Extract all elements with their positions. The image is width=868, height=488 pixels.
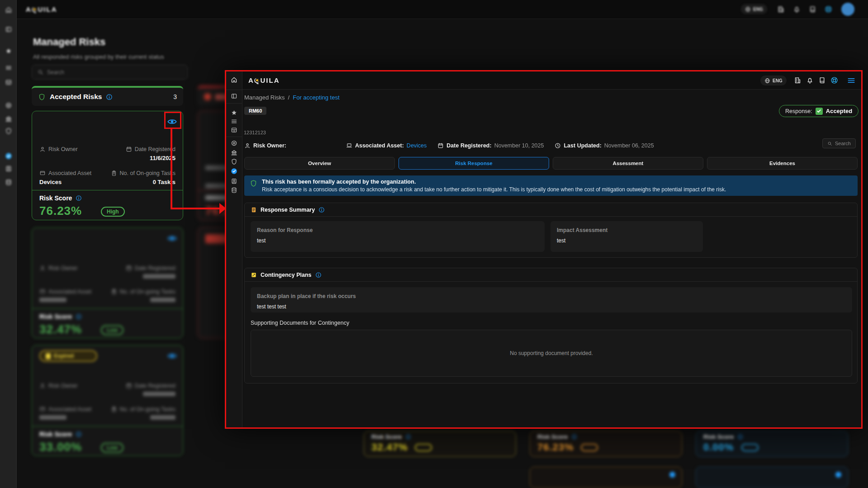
contingency-plans-header: Contingency Plans bbox=[245, 268, 857, 282]
layout-icon[interactable] bbox=[5, 79, 12, 86]
search-box[interactable] bbox=[32, 65, 188, 80]
breadcrumb-current: For accepting test bbox=[293, 94, 339, 101]
risk-card-next-row[interactable] bbox=[696, 467, 848, 488]
banner-title: This risk has been formally accepted by … bbox=[262, 179, 726, 185]
compass-icon[interactable] bbox=[231, 140, 237, 147]
org-icon[interactable] bbox=[794, 76, 802, 84]
org-icon[interactable] bbox=[777, 5, 785, 13]
info-icon bbox=[76, 313, 82, 320]
hamburger-menu-icon[interactable] bbox=[847, 76, 856, 85]
detail-sidebar bbox=[226, 71, 242, 427]
risk-card-bottom-3[interactable]: Risk Score 0.00% bbox=[696, 431, 848, 457]
document-icon bbox=[251, 207, 257, 213]
panel-icon[interactable] bbox=[5, 26, 12, 33]
active-module-icon[interactable] bbox=[231, 168, 237, 175]
reason-for-response-field: Reason for Response test bbox=[251, 221, 545, 252]
breadcrumb: Managed Risks / For accepting test bbox=[244, 94, 340, 101]
view-risk-eye-icon[interactable] bbox=[166, 233, 178, 243]
associated-asset-value: Devices bbox=[39, 179, 62, 185]
notifications-icon[interactable] bbox=[793, 5, 801, 13]
info-icon[interactable] bbox=[106, 94, 113, 100]
view-risk-eye-icon[interactable] bbox=[166, 351, 178, 361]
clock-icon bbox=[555, 142, 561, 149]
search-input[interactable] bbox=[47, 69, 182, 76]
bank-icon[interactable] bbox=[5, 115, 12, 123]
search-icon bbox=[38, 69, 43, 75]
help-icon[interactable] bbox=[830, 76, 838, 84]
severity-badge bbox=[581, 444, 598, 451]
info-icon[interactable] bbox=[315, 272, 322, 278]
person-badge-icon[interactable] bbox=[5, 165, 12, 172]
home-icon[interactable] bbox=[5, 6, 12, 14]
risk-score-value: 32.47% bbox=[39, 322, 82, 336]
docs-icon[interactable] bbox=[818, 76, 826, 84]
info-icon bbox=[405, 434, 411, 440]
annotation-line-horizontal bbox=[171, 208, 220, 209]
notifications-icon[interactable] bbox=[806, 76, 814, 84]
active-module-icon[interactable] bbox=[5, 152, 12, 160]
layout-icon[interactable] bbox=[231, 127, 237, 133]
meta-last-updated: Last Updated: November 06, 2025 bbox=[555, 142, 654, 149]
database-icon[interactable] bbox=[5, 179, 12, 186]
menu-icon[interactable] bbox=[231, 118, 237, 125]
risk-card-accepted-1[interactable]: Risk Owner Date Registered 11/6/2025 Ass… bbox=[32, 111, 183, 220]
view-risk-eye-icon[interactable] bbox=[669, 472, 675, 478]
response-summary-section: Response Summary Reason for Response tes… bbox=[244, 203, 858, 258]
blurred-value bbox=[39, 415, 66, 420]
shield-icon[interactable] bbox=[231, 158, 237, 165]
blurred-value bbox=[39, 298, 66, 302]
tab-assessment[interactable]: Assessment bbox=[553, 157, 703, 170]
language-selector[interactable]: ENG bbox=[760, 76, 787, 85]
risk-code-badge: RM60 bbox=[244, 107, 266, 115]
person-icon bbox=[39, 265, 46, 271]
language-selector[interactable]: ENG bbox=[741, 4, 767, 14]
ongoing-tasks-label: No. of On-going Tasks bbox=[111, 170, 175, 176]
risk-card-accepted-2[interactable]: Risk Owner Date Registered Associated As… bbox=[32, 227, 183, 338]
star-icon[interactable] bbox=[5, 47, 12, 55]
rejected-icon bbox=[204, 93, 211, 100]
blurred-value bbox=[143, 274, 175, 279]
logo-dot bbox=[33, 7, 37, 11]
view-risk-eye-icon[interactable] bbox=[835, 472, 841, 478]
blurred-value bbox=[150, 298, 175, 302]
menu-icon[interactable] bbox=[5, 64, 12, 71]
risk-card-bottom-1[interactable]: Risk Score 32.47% bbox=[364, 431, 516, 457]
tab-evidences[interactable]: Evidences bbox=[707, 157, 858, 170]
compass-icon[interactable] bbox=[5, 102, 12, 109]
date-registered-label: Date Registered bbox=[126, 146, 175, 152]
response-status-badge: Response: Accepted bbox=[779, 105, 859, 117]
risk-card-bottom-2[interactable]: Risk Score 76.23% bbox=[530, 431, 682, 457]
risk-id: 12312123 bbox=[244, 130, 266, 135]
expired-icon bbox=[46, 353, 51, 359]
database-icon[interactable] bbox=[231, 187, 237, 194]
detail-search-button[interactable]: Search bbox=[822, 138, 856, 148]
panel-icon[interactable] bbox=[231, 93, 237, 99]
risk-card-next-row[interactable] bbox=[530, 467, 682, 488]
help-icon[interactable] bbox=[825, 5, 832, 13]
avatar[interactable] bbox=[841, 3, 854, 16]
banner-body: Risk acceptance is a conscious decision … bbox=[262, 186, 726, 193]
tab-overview[interactable]: Overview bbox=[244, 157, 395, 170]
meta-date-registered: Date Registered: November 10, 2025 bbox=[437, 142, 544, 149]
risk-detail-window: AQUILA ENG Managed Risks / For accepting… bbox=[225, 70, 863, 429]
calendar-icon bbox=[126, 146, 132, 152]
info-icon[interactable] bbox=[76, 195, 82, 201]
shield-icon bbox=[250, 180, 257, 187]
home-icon[interactable] bbox=[231, 76, 237, 83]
asset-link[interactable]: Devices bbox=[407, 142, 427, 149]
page-subtitle: All responded risks grouped by their cur… bbox=[33, 53, 164, 60]
shield-icon[interactable] bbox=[5, 128, 12, 135]
docs-icon[interactable] bbox=[809, 5, 816, 13]
star-icon[interactable] bbox=[231, 109, 237, 116]
breadcrumb-parent[interactable]: Managed Risks bbox=[244, 94, 285, 101]
info-icon bbox=[737, 434, 743, 440]
severity-badge: Low bbox=[101, 325, 123, 335]
bank-icon[interactable] bbox=[231, 149, 237, 156]
risk-card-accepted-3[interactable]: Expired Risk Owner Date Registered Assoc… bbox=[32, 345, 183, 456]
person-icon bbox=[244, 142, 251, 149]
logo-dot bbox=[255, 78, 259, 82]
tab-risk-response[interactable]: Risk Response bbox=[398, 157, 549, 170]
info-icon[interactable] bbox=[318, 207, 325, 213]
associated-asset-label: Associated Asset bbox=[39, 170, 91, 176]
person-badge-icon[interactable] bbox=[231, 178, 237, 185]
